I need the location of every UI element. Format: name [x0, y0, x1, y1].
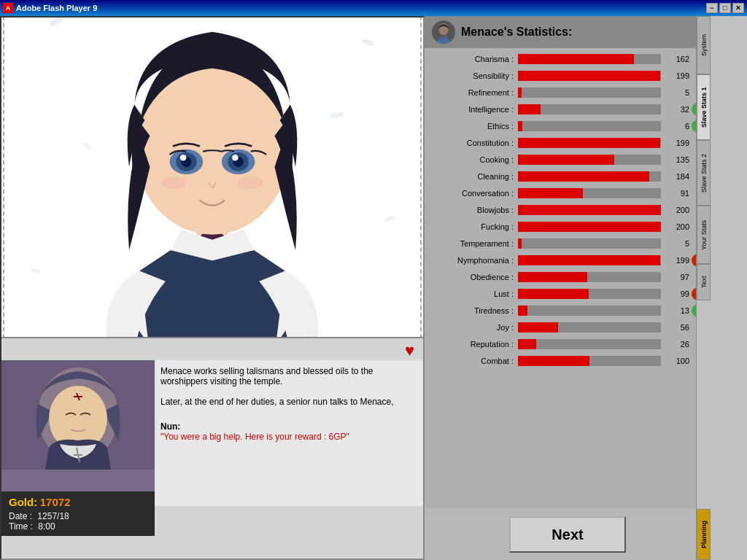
stat-bar-container [518, 188, 661, 198]
stat-value: 184 [664, 172, 689, 181]
stats-header: Menace's Statistics: [425, 16, 711, 48]
stat-label: Temperament : [430, 239, 518, 248]
stat-bar-container [518, 339, 661, 349]
app-icon: A [3, 3, 13, 13]
bottom-section: Gold: 17072 Date : 1257/18 Time : 8:00 M… [1, 360, 423, 506]
tab-slave-stats-2[interactable]: Slave Stats 2 [697, 140, 711, 206]
window-title: Adobe Flash Player 9 [16, 4, 97, 12]
stat-bar [518, 205, 661, 215]
stat-bar-container [518, 222, 661, 232]
stat-row: Cooking :135 [430, 152, 705, 168]
stat-label: Nymphomania : [430, 256, 518, 265]
stat-value: 199 [664, 139, 689, 147]
tab-your-stats[interactable]: Your Stats [697, 206, 711, 264]
stat-bar [518, 272, 587, 282]
stat-value: 199 [664, 256, 689, 265]
stat-bar-container [518, 138, 661, 148]
tab-system[interactable]: System [697, 16, 711, 74]
stat-bar-container [518, 322, 661, 332]
svg-point-21 [161, 176, 186, 189]
gold-label: Gold: [9, 496, 37, 508]
side-tabs: System Slave Stats 1 Slave Stats 2 Your … [696, 16, 711, 560]
stat-label: Obedience : [430, 273, 518, 281]
tab-planning[interactable]: Planning [697, 509, 711, 560]
stat-label: Charisma : [430, 55, 518, 63]
narrative-speech: "You were a big help. Here is your rewar… [160, 432, 417, 442]
maximize-button[interactable]: □ [719, 3, 731, 13]
stat-value: 5 [664, 88, 689, 97]
minimize-button[interactable]: − [706, 3, 718, 13]
stat-row: Obedience :97 [430, 269, 705, 285]
stat-value: 100 [664, 357, 689, 365]
stat-label: Tiredness : [430, 306, 518, 315]
stat-bar-container [518, 71, 661, 81]
stat-value: 6 [664, 122, 689, 131]
stat-bar [518, 222, 661, 232]
svg-point-22 [239, 176, 263, 189]
stat-row: Constitution :199 [430, 135, 705, 151]
character-image-wrapper [3, 18, 422, 338]
stat-bar-container [518, 121, 661, 131]
stat-label: Lust : [430, 289, 518, 298]
stat-row: Charisma :162 [430, 51, 705, 67]
date-label: Date : [9, 511, 32, 521]
stat-bar [518, 155, 614, 165]
svg-point-19 [180, 155, 187, 161]
stat-value: 56 [664, 323, 689, 332]
stat-value: 162 [664, 55, 689, 63]
stat-bar-container [518, 171, 661, 182]
stat-bar-container [518, 289, 661, 299]
stats-body: Charisma :162Sensibility :199Refinement … [425, 48, 711, 509]
right-panel: Menace's Statistics: Charisma :162Sensib… [425, 16, 711, 560]
stat-bar-container [518, 255, 661, 265]
tab-text[interactable]: Text [697, 264, 711, 300]
stat-row: Lust :99− [430, 286, 705, 302]
stat-bar [518, 88, 522, 98]
stat-label: Cleaning : [430, 172, 518, 181]
close-button[interactable]: ✕ [732, 3, 744, 13]
stat-bar [518, 138, 660, 148]
stat-bar [518, 255, 660, 265]
character-portrait [1, 360, 155, 491]
stat-row: Temperament :5 [430, 236, 705, 252]
stat-value: 26 [664, 340, 689, 349]
stat-row: Intelligence :32+ [430, 101, 705, 117]
stat-label: Cooking : [430, 155, 518, 164]
stat-bar [518, 356, 589, 366]
stat-bar [518, 306, 527, 316]
stats-title: Menace's Statistics: [461, 26, 572, 39]
stat-label: Sensibility : [430, 71, 518, 80]
narrative-line2: Later, at the end of her duties, a senio… [160, 397, 417, 407]
stat-bar [518, 289, 589, 299]
stat-bar [518, 322, 558, 332]
stat-bar-container [518, 155, 661, 165]
stat-bar [518, 188, 583, 198]
stat-label: Constitution : [430, 139, 518, 147]
stat-bar-container [518, 272, 661, 282]
stat-value: 97 [664, 273, 689, 281]
stat-label: Conversation : [430, 189, 518, 198]
stat-value: 5 [664, 239, 689, 248]
stat-bar-container [518, 205, 661, 215]
svg-point-20 [232, 155, 239, 161]
character-image [1, 18, 423, 338]
stat-row: Nymphomania :199− [430, 252, 705, 268]
stat-row: Conversation :91 [430, 185, 705, 201]
stat-label: Ethics : [430, 122, 518, 131]
stat-bar-container [518, 88, 661, 98]
stat-bar-container [518, 356, 661, 366]
stat-row: Joy :56 [430, 319, 705, 335]
stat-label: Combat : [430, 357, 518, 365]
stats-avatar [432, 20, 455, 44]
stat-bar [518, 238, 522, 249]
narrative-line1: Menace works selling talismans and bless… [160, 366, 417, 386]
stat-value: 200 [664, 206, 689, 214]
tab-slave-stats-1[interactable]: Slave Stats 1 [697, 74, 711, 140]
stat-label: Reputation : [430, 340, 518, 349]
stat-value: 13 [664, 306, 689, 315]
stat-row: Reputation :26 [430, 336, 705, 352]
stat-value: 199 [664, 71, 689, 80]
next-button[interactable]: Next [509, 516, 626, 553]
stat-label: Joy : [430, 323, 518, 332]
stat-bar [518, 71, 660, 81]
